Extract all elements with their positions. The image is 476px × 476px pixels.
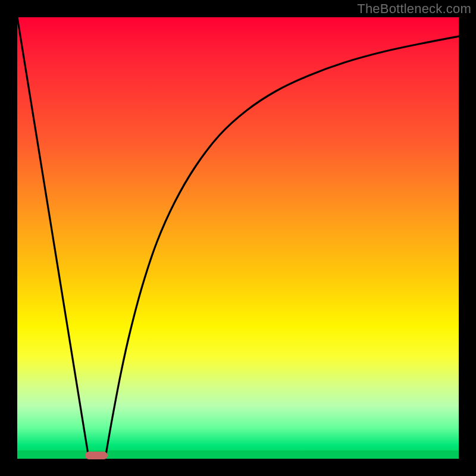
minimum-marker [85, 452, 108, 459]
curve-layer [17, 17, 459, 459]
chart-frame: TheBottleneck.com [0, 0, 476, 476]
plot-area [17, 17, 459, 459]
curve-right-ascent [105, 36, 459, 458]
curve-left-descent [17, 17, 89, 458]
curve-group [17, 17, 459, 458]
watermark-text: TheBottleneck.com [357, 1, 471, 17]
